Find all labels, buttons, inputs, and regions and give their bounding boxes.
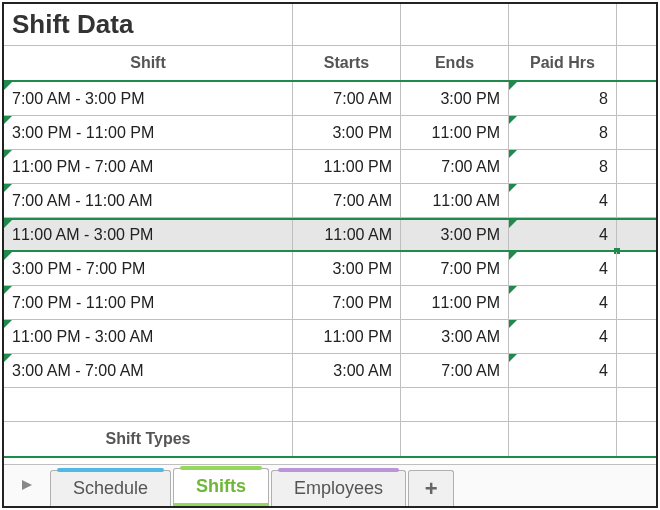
cell-shift[interactable]: 3:00 PM - 11:00 PM [4, 116, 292, 149]
svg-marker-0 [22, 480, 32, 490]
table-row[interactable]: 3:00 PM - 11:00 PM3:00 PM11:00 PM8 [4, 116, 656, 150]
empty-cell[interactable] [616, 354, 656, 387]
cell-paid[interactable]: 4 [508, 354, 616, 387]
cell-ends[interactable]: 3:00 AM [400, 320, 508, 353]
col-header-paid[interactable]: Paid Hrs [508, 46, 616, 80]
cell-ends[interactable]: 11:00 PM [400, 116, 508, 149]
tab-label: Schedule [73, 478, 148, 499]
blank-row[interactable] [4, 388, 656, 422]
cell-ends[interactable]: 11:00 AM [400, 184, 508, 217]
cell-starts[interactable]: 3:00 PM [292, 252, 400, 285]
table-row[interactable]: 3:00 AM - 7:00 AM3:00 AM7:00 AM4 [4, 354, 656, 388]
cell-starts[interactable]: 11:00 AM [292, 220, 400, 250]
empty-cell[interactable] [616, 220, 656, 250]
cell-shift[interactable]: 3:00 PM - 7:00 PM [4, 252, 292, 285]
title-row: Shift Data [4, 4, 656, 46]
page-title: Shift Data [4, 5, 292, 44]
column-header-row: Shift Starts Ends Paid Hrs [4, 46, 656, 82]
col-header-shift[interactable]: Shift [4, 46, 292, 80]
cell-paid[interactable]: 8 [508, 150, 616, 183]
spreadsheet-view: Shift Data Shift Starts Ends Paid Hrs 7:… [2, 2, 658, 508]
tab-label: Employees [294, 478, 383, 499]
empty-cell[interactable] [292, 4, 400, 45]
cell-starts[interactable]: 7:00 AM [292, 82, 400, 115]
tab-accent [180, 466, 262, 470]
empty-cell[interactable] [292, 422, 400, 456]
table-row[interactable]: 11:00 PM - 3:00 AM11:00 PM3:00 AM4 [4, 320, 656, 354]
table-row[interactable]: 3:00 PM - 7:00 PM3:00 PM7:00 PM4 [4, 252, 656, 286]
cell-ends[interactable]: 7:00 PM [400, 252, 508, 285]
cell-shift[interactable]: 11:00 PM - 3:00 AM [4, 320, 292, 353]
empty-cell[interactable] [508, 4, 616, 45]
empty-cell[interactable] [508, 422, 616, 456]
table-row[interactable]: 7:00 AM - 3:00 PM7:00 AM3:00 PM8 [4, 82, 656, 116]
empty-cell[interactable] [616, 150, 656, 183]
cell-ends[interactable]: 7:00 AM [400, 150, 508, 183]
table-row[interactable]: 11:00 PM - 7:00 AM11:00 PM7:00 AM8 [4, 150, 656, 184]
empty-cell[interactable] [616, 320, 656, 353]
empty-cell[interactable] [616, 184, 656, 217]
sheet-tabs-bar: Schedule Shifts Employees + [4, 464, 656, 506]
table-row[interactable]: 7:00 AM - 11:00 AM7:00 AM11:00 AM4 [4, 184, 656, 218]
cell-ends[interactable]: 3:00 PM [400, 220, 508, 250]
section-title[interactable]: Shift Types [4, 422, 292, 456]
tab-shifts[interactable]: Shifts [173, 468, 269, 506]
cell-starts[interactable]: 3:00 PM [292, 116, 400, 149]
cell-ends[interactable]: 7:00 AM [400, 354, 508, 387]
sheet-nav-arrow-icon[interactable] [4, 464, 50, 506]
cell-shift[interactable]: 7:00 PM - 11:00 PM [4, 286, 292, 319]
empty-cell[interactable] [616, 116, 656, 149]
col-header-starts[interactable]: Starts [292, 46, 400, 80]
empty-cell[interactable] [616, 252, 656, 285]
cell-paid[interactable]: 4 [508, 220, 616, 250]
tab-employees[interactable]: Employees [271, 470, 406, 506]
cell-paid[interactable]: 4 [508, 184, 616, 217]
cell-shift[interactable]: 7:00 AM - 11:00 AM [4, 184, 292, 217]
cell-shift[interactable]: 11:00 PM - 7:00 AM [4, 150, 292, 183]
empty-cell[interactable] [616, 286, 656, 319]
cell-paid[interactable]: 4 [508, 320, 616, 353]
cell-shift[interactable]: 11:00 AM - 3:00 PM [4, 220, 292, 250]
cell-starts[interactable]: 11:00 PM [292, 150, 400, 183]
empty-cell[interactable] [616, 4, 656, 45]
tab-schedule[interactable]: Schedule [50, 470, 171, 506]
tab-accent [278, 468, 399, 472]
cell-paid[interactable]: 8 [508, 116, 616, 149]
table-row[interactable]: 7:00 PM - 11:00 PM7:00 PM11:00 PM4 [4, 286, 656, 320]
cell-paid[interactable]: 4 [508, 252, 616, 285]
data-grid: 7:00 AM - 3:00 PM7:00 AM3:00 PM83:00 PM … [4, 82, 656, 388]
tab-label: Shifts [196, 476, 246, 497]
empty-cell[interactable] [616, 422, 656, 456]
cell-paid[interactable]: 4 [508, 286, 616, 319]
cell-starts[interactable]: 7:00 AM [292, 184, 400, 217]
cell-paid[interactable]: 8 [508, 82, 616, 115]
section-header-row: Shift Types [4, 422, 656, 458]
empty-cell[interactable] [616, 82, 656, 115]
table-row[interactable]: 11:00 AM - 3:00 PM11:00 AM3:00 PM4 [4, 218, 656, 252]
empty-cell[interactable] [616, 46, 656, 80]
cell-starts[interactable]: 7:00 PM [292, 286, 400, 319]
cell-shift[interactable]: 3:00 AM - 7:00 AM [4, 354, 292, 387]
cell-starts[interactable]: 3:00 AM [292, 354, 400, 387]
cell-ends[interactable]: 3:00 PM [400, 82, 508, 115]
tab-accent [57, 468, 164, 472]
col-header-ends[interactable]: Ends [400, 46, 508, 80]
cell-ends[interactable]: 11:00 PM [400, 286, 508, 319]
cell-starts[interactable]: 11:00 PM [292, 320, 400, 353]
empty-cell[interactable] [400, 422, 508, 456]
cell-shift[interactable]: 7:00 AM - 3:00 PM [4, 82, 292, 115]
tab-add-sheet[interactable]: + [408, 470, 454, 506]
empty-cell[interactable] [400, 4, 508, 45]
plus-icon: + [425, 476, 438, 502]
